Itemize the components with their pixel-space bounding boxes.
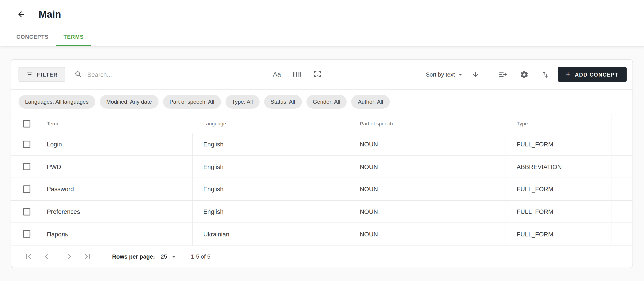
toolbar-actions [498, 70, 550, 79]
extra-cell [612, 223, 632, 245]
barcode-icon[interactable] [292, 70, 302, 79]
column-header-term[interactable]: Term [47, 114, 192, 133]
row-checkbox[interactable] [23, 163, 30, 170]
extra-cell [612, 201, 632, 222]
term-cell: PWD [47, 156, 192, 178]
select-all-checkbox[interactable] [23, 120, 30, 127]
term-cell: Password [47, 178, 192, 200]
pagination-bar: Rows per page: 25 1-5 of 5 [11, 245, 632, 267]
chip-part-of-speech[interactable]: Part of speech: All [163, 95, 221, 109]
add-concept-button[interactable]: + ADD CONCEPT [558, 67, 626, 82]
part-of-speech-cell: NOUN [348, 201, 506, 222]
scan-area-icon[interactable] [313, 70, 322, 79]
part-of-speech-cell: NOUN [348, 178, 506, 200]
previous-page-button[interactable] [42, 252, 52, 261]
filter-list-icon [26, 71, 33, 78]
table-row[interactable]: Password English NOUN FULL_FORM [11, 178, 632, 201]
search-icon [74, 70, 82, 79]
first-page-icon [24, 252, 33, 261]
pagination-controls [24, 252, 92, 261]
filter-button-label: FILTER [37, 71, 58, 78]
language-cell: English [192, 133, 349, 155]
row-checkbox-cell [11, 133, 47, 155]
table-row[interactable]: Preferences English NOUN FULL_FORM [11, 201, 632, 223]
type-cell: FULL_FORM [506, 133, 612, 155]
type-cell: FULL_FORM [506, 178, 612, 200]
type-cell: ABBREVIATION [506, 156, 612, 178]
pagination-range: 1-5 of 5 [191, 253, 210, 260]
part-of-speech-cell: NOUN [348, 133, 506, 155]
top-bar: Main CONCEPTS TERMS [0, 0, 644, 46]
match-case-icon[interactable]: Aa [273, 71, 281, 78]
language-cell: English [192, 201, 349, 222]
chevron-right-icon [64, 252, 74, 261]
extra-cell [612, 156, 632, 178]
rows-per-page-value[interactable]: 25 [161, 253, 167, 260]
rows-per-page-label: Rows per page: [112, 253, 155, 260]
row-checkbox-cell [11, 156, 47, 178]
next-page-button[interactable] [64, 252, 74, 261]
first-page-button[interactable] [24, 252, 33, 261]
extra-cell [612, 133, 632, 155]
column-header-extra [612, 114, 632, 133]
text-flow-icon[interactable] [498, 70, 507, 79]
row-checkbox[interactable] [23, 185, 30, 193]
row-checkbox[interactable] [23, 230, 30, 238]
type-cell: FULL_FORM [506, 201, 612, 222]
arrow-downward-icon [471, 70, 480, 79]
filter-chips-row: Languages: All languages Modified: Any d… [11, 90, 632, 114]
chip-status[interactable]: Status: All [264, 95, 302, 109]
filter-button[interactable]: FILTER [18, 67, 65, 82]
tab-bar: CONCEPTS TERMS [0, 29, 644, 46]
sort-label: Sort by text [426, 71, 455, 78]
swap-vertical-icon[interactable] [541, 70, 550, 79]
language-cell: English [192, 178, 349, 200]
row-checkbox-cell [11, 178, 47, 200]
language-cell: Ukrainian [192, 223, 349, 245]
term-cell: Login [47, 133, 192, 155]
last-page-icon [82, 252, 92, 261]
arrow-left-icon [17, 10, 26, 19]
extra-cell [612, 178, 632, 200]
row-checkbox[interactable] [23, 208, 30, 215]
toolbar: FILTER Aa [11, 60, 632, 90]
column-header-language[interactable]: Language [192, 121, 349, 127]
type-cell: FULL_FORM [506, 223, 612, 245]
row-checkbox-cell [11, 223, 47, 245]
table-header: Term Language Part of speech Type [11, 114, 632, 133]
column-header-part-of-speech[interactable]: Part of speech [348, 121, 506, 127]
page-title: Main [39, 9, 61, 20]
table-row[interactable]: Пароль Ukrainian NOUN FULL_FORM [11, 223, 632, 245]
chevron-left-icon [42, 252, 52, 261]
chip-modified[interactable]: Modified: Any date [100, 95, 158, 109]
row-checkbox[interactable] [23, 141, 30, 148]
search-input[interactable] [87, 71, 243, 78]
rows-per-page-caret-icon[interactable] [170, 252, 178, 261]
sort-direction-button[interactable] [471, 70, 480, 79]
term-cell: Пароль [47, 223, 192, 245]
part-of-speech-cell: NOUN [348, 156, 506, 178]
last-page-button[interactable] [82, 252, 92, 261]
chip-type[interactable]: Type: All [226, 95, 260, 109]
column-header-type[interactable]: Type [506, 121, 612, 127]
chip-author[interactable]: Author: All [351, 95, 390, 109]
tab-concepts[interactable]: CONCEPTS [9, 29, 56, 46]
header-checkbox-cell [11, 114, 47, 133]
plus-icon: + [566, 70, 571, 78]
view-options: Aa [273, 70, 322, 79]
sort-dropdown[interactable]: Sort by text [426, 70, 465, 79]
table-row[interactable]: PWD English NOUN ABBREVIATION [11, 156, 632, 178]
main-area: FILTER Aa [0, 46, 644, 281]
tab-terms[interactable]: TERMS [56, 29, 91, 46]
settings-gear-icon[interactable] [520, 70, 528, 79]
language-cell: English [192, 156, 349, 178]
add-concept-label: ADD CONCEPT [575, 71, 618, 78]
search-box [74, 70, 259, 79]
part-of-speech-cell: NOUN [348, 223, 506, 245]
terms-card: FILTER Aa [11, 59, 633, 268]
chip-gender[interactable]: Gender: All [306, 95, 346, 109]
back-button[interactable] [15, 8, 28, 21]
chip-languages[interactable]: Languages: All languages [18, 95, 95, 109]
row-checkbox-cell [11, 201, 47, 222]
table-row[interactable]: Login English NOUN FULL_FORM [11, 133, 632, 156]
